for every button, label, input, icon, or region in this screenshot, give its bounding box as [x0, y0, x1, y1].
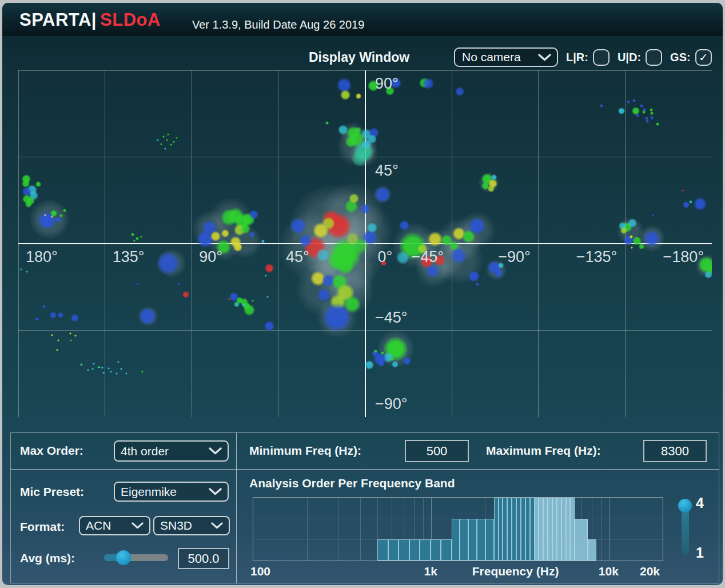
doa-blob: [115, 372, 118, 375]
doa-blob: [620, 227, 627, 234]
analysis-order-bar: [552, 498, 557, 561]
doa-blob: [356, 93, 361, 98]
doa-blob: [642, 110, 646, 114]
analysis-order-bar: [575, 519, 588, 561]
analysis-order-bar: [507, 498, 512, 561]
doa-blob: [141, 371, 144, 374]
freq-tick-label: 10k: [594, 565, 623, 578]
analysis-order-bar: [525, 498, 530, 561]
doa-blob: [50, 312, 57, 319]
doa-blob: [340, 90, 350, 100]
analysis-order-bar: [516, 498, 521, 561]
toggle-label-lr: L|R:: [566, 51, 588, 64]
elevation-gridline: [18, 417, 712, 418]
freq-tick-label: 1k: [416, 565, 445, 578]
doa-blob: [176, 137, 178, 140]
analysis-order-bar: [409, 539, 420, 561]
doa-blob: [266, 296, 269, 299]
normalisation-select[interactable]: SN3D: [153, 516, 230, 535]
chevron-down-icon: [132, 522, 144, 529]
freq-gridline: [609, 498, 610, 561]
brand-name: SPARTA|: [19, 10, 97, 30]
camera-select[interactable]: No camera: [454, 47, 558, 67]
max-order-select[interactable]: 4th order: [114, 440, 229, 462]
doa-blob: [139, 308, 156, 325]
doa-blob: [682, 189, 684, 192]
order-slider-thumb[interactable]: [678, 499, 692, 512]
analysis-order-chart[interactable]: [253, 497, 663, 561]
analysis-order-bar: [420, 539, 430, 561]
doa-blob: [164, 148, 167, 150]
doa-blob: [640, 104, 644, 108]
min-freq-field[interactable]: 500: [405, 440, 469, 462]
azimuth-tick-label: −180°: [641, 248, 704, 266]
doa-blob: [26, 271, 29, 273]
doa-blob: [352, 150, 368, 166]
doa-blob: [455, 87, 464, 96]
doa-blob: [392, 361, 399, 368]
analysis-order-bar: [521, 498, 525, 561]
analysis-order-bar: [539, 498, 543, 561]
doa-blob: [140, 236, 143, 239]
version-text: Ver 1.3.9, Build Date Aug 26 2019: [192, 18, 364, 31]
doa-blob: [346, 232, 359, 245]
format-label: Format:: [20, 520, 65, 534]
avg-slider-thumb[interactable]: [116, 550, 131, 565]
doa-blob: [178, 283, 181, 285]
normalisation-value: SN3D: [160, 519, 192, 533]
doa-blob: [494, 268, 503, 277]
doa-blob: [325, 121, 329, 125]
doa-blob: [125, 372, 128, 375]
doa-blob: [70, 339, 73, 342]
max-freq-field[interactable]: 8300: [643, 440, 707, 462]
doa-blob: [35, 317, 39, 321]
plugin-window: SPARTA|SLDoA Ver 1.3.9, Build Date Aug 2…: [0, 0, 725, 588]
analysis-order-bar: [535, 498, 539, 561]
doa-blob: [167, 133, 170, 136]
doa-blob: [117, 361, 120, 364]
mic-preset-select[interactable]: Eigenmike: [114, 482, 229, 502]
freq-gridline: [360, 498, 361, 561]
channel-order-value: ACN: [86, 519, 111, 533]
doa-blob: [221, 229, 229, 237]
channel-order-select[interactable]: ACN: [79, 516, 150, 535]
doa-blob: [93, 363, 95, 365]
doa-blob: [632, 99, 636, 103]
freq-gridline: [601, 498, 601, 561]
plugin-name: SLDoA: [100, 10, 161, 30]
chevron-down-icon: [211, 522, 223, 529]
doa-blob: [229, 292, 238, 301]
analysis-order-bar: [530, 498, 535, 561]
max-freq-label: Maximum Freq (Hz):: [486, 444, 601, 458]
display-toggles: L|R:U|D:GS:✓: [558, 49, 712, 66]
doa-blob: [423, 78, 435, 90]
doa-blob: [20, 268, 23, 271]
doa-blob: [252, 300, 254, 303]
checkbox-ud[interactable]: [646, 49, 662, 66]
analysis-order-bar: [503, 498, 507, 561]
elevation-tick-label: −45°: [375, 309, 408, 327]
avg-value-field[interactable]: 500.0: [178, 548, 229, 569]
analysis-order-bar: [499, 498, 503, 561]
elevation-gridline: [18, 330, 712, 331]
azimuth-tick-label: 180°: [26, 248, 58, 266]
azimuth-tick-label: 135°: [113, 248, 145, 266]
checkbox-gs[interactable]: ✓: [695, 49, 712, 66]
doa-blob: [337, 257, 354, 275]
doa-blob: [646, 120, 650, 124]
doa-blob: [81, 364, 83, 367]
doa-blob: [58, 312, 63, 317]
analysis-order-bar: [561, 498, 566, 561]
order-slider-min: 1: [696, 545, 704, 561]
doa-blob: [652, 214, 655, 217]
doa-blob: [182, 291, 189, 298]
doa-blob: [689, 200, 693, 204]
freq-tick-label: 100: [250, 565, 270, 578]
doa-blob: [137, 283, 140, 286]
max-order-value: 4th order: [121, 444, 169, 458]
doa-blob: [290, 218, 306, 234]
checkbox-lr[interactable]: [593, 49, 610, 66]
doa-blob: [600, 104, 604, 108]
azimuth-tick-label: 45°: [286, 248, 309, 266]
doa-blob: [25, 201, 32, 208]
